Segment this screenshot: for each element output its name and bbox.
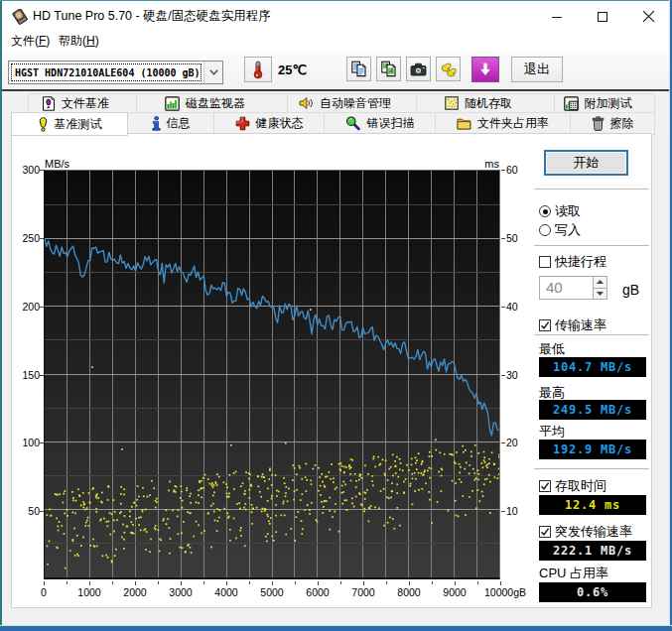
tab-label: 文件基准 <box>62 95 109 112</box>
tab-file-benchmark[interactable]: 文件基准 <box>28 93 137 112</box>
speaker-icon <box>299 96 314 110</box>
tab-folder-usage[interactable]: 文件夹占用率 <box>436 112 571 135</box>
tab-erase[interactable]: 擦除 <box>571 112 655 135</box>
menu-bar: 文件(F) 帮助(H) <box>2 32 670 52</box>
tick-mark <box>249 581 250 584</box>
tick-mark <box>318 581 319 585</box>
access-time-checkbox[interactable] <box>539 480 551 492</box>
access-time-label: 存取时间 <box>555 477 606 495</box>
maximize-button[interactable] <box>580 1 625 32</box>
download-arrow-icon <box>477 62 493 77</box>
gb-unit-label: gB <box>622 282 639 298</box>
read-radio[interactable] <box>539 205 551 217</box>
tab-disk-monitor[interactable]: 磁盘监视器 <box>137 93 288 112</box>
tick-label: 5000 <box>260 586 283 598</box>
panel-separator <box>534 245 649 246</box>
drive-selector-value: HGST HDN721010ALE604 (10000 gB) <box>11 63 202 81</box>
transfer-rate-row[interactable]: 传输速率 <box>539 316 606 334</box>
menu-help-label: 帮助( <box>59 34 86 48</box>
menu-help[interactable]: 帮助(H) <box>59 32 99 52</box>
tick-mark <box>272 581 273 585</box>
write-radio[interactable] <box>539 224 551 236</box>
tick-label: 200 <box>12 301 40 313</box>
menu-file[interactable]: 文件(F) <box>11 32 50 52</box>
read-radio-row[interactable]: 读取 <box>539 202 581 220</box>
tab-label: 擦除 <box>610 115 634 132</box>
short-stroke-size-input[interactable]: 40 <box>539 276 607 300</box>
download-button[interactable] <box>471 57 499 82</box>
app-hdd-icon <box>12 9 28 25</box>
tick-mark <box>501 170 505 171</box>
burst-rate-checkbox[interactable] <box>539 526 551 538</box>
tick-label: 50 <box>12 505 40 517</box>
y-axis-right-unit: ms <box>460 158 499 170</box>
spin-down-button[interactable] <box>594 289 606 300</box>
close-button[interactable] <box>625 1 671 32</box>
tick-mark <box>44 581 45 585</box>
y-axis-left-unit: MB/s <box>45 158 69 170</box>
short-stroke-row[interactable]: 快捷行程 <box>539 253 606 271</box>
tick-label: 40 <box>506 301 518 313</box>
tick-mark <box>40 511 44 512</box>
tab-row-upper: 文件基准 磁盘监视器 自动噪音管理 随机 <box>28 93 655 112</box>
tab-row-lower: 基准测试 信息 健康状态 错误扫描 <box>11 112 655 135</box>
tab-random-access[interactable]: 随机存取 <box>417 93 555 112</box>
minimize-button[interactable] <box>534 1 580 32</box>
burst-rate-label: 突发传输速率 <box>555 523 632 541</box>
tick-mark <box>409 581 410 585</box>
close-icon <box>642 10 655 23</box>
maximum-value: 249.5 MB/s <box>539 400 646 420</box>
tick-mark <box>295 581 296 584</box>
access-time-row[interactable]: 存取时间 <box>539 477 606 495</box>
tab-aam[interactable]: 自动噪音管理 <box>288 93 417 112</box>
tab-label: 信息 <box>167 115 191 132</box>
tick-mark <box>40 307 44 308</box>
average-label: 平均 <box>539 423 565 441</box>
exit-button[interactable]: 退出 <box>511 57 563 82</box>
minimum-value: 104.7 MB/s <box>539 357 646 377</box>
copy-text-icon <box>350 61 367 77</box>
donate-button[interactable] <box>436 57 461 81</box>
tick-label: 2000 <box>123 586 146 598</box>
tab-health[interactable]: 健康状态 <box>214 112 325 135</box>
transfer-rate-checkbox[interactable] <box>539 319 551 331</box>
copy-text-button[interactable] <box>346 57 371 81</box>
tick-mark <box>40 375 44 376</box>
screenshot-button[interactable] <box>406 57 431 81</box>
spin-up-button[interactable] <box>594 277 606 289</box>
tick-mark <box>501 375 505 376</box>
drive-selector[interactable]: HGST HDN721010ALE604 (10000 gB) <box>8 61 223 84</box>
tab-benchmark[interactable]: 基准测试 <box>11 112 128 136</box>
tab-label: 基准测试 <box>55 116 102 133</box>
write-label: 写入 <box>555 221 581 239</box>
tick-mark <box>432 581 433 584</box>
chart-canvas <box>45 171 499 577</box>
average-value: 192.9 MB/s <box>539 440 646 459</box>
folder-icon <box>457 117 471 130</box>
copy-image-button[interactable] <box>376 57 401 81</box>
burst-rate-row[interactable]: 突发传输速率 <box>539 523 632 541</box>
short-stroke-checkbox[interactable] <box>539 256 551 268</box>
write-radio-row[interactable]: 写入 <box>539 221 581 239</box>
tick-label: 3000 <box>169 586 192 598</box>
tab-error-scan[interactable]: 错误扫描 <box>325 112 436 135</box>
tick-mark <box>363 581 364 585</box>
tick-label: 20 <box>506 437 518 448</box>
tab-info[interactable]: 信息 <box>128 112 214 135</box>
extra-tests-icon <box>564 96 579 111</box>
tick-label: 30 <box>506 369 518 381</box>
camera-icon <box>410 63 427 76</box>
control-panel: 开始 读取 写入 快捷行程 40 gB 传输速率 最低 104.7 <box>532 134 652 608</box>
tick-label: 7000 <box>351 586 374 598</box>
tab-label: 自动噪音管理 <box>320 95 391 112</box>
access-time-value: 12.4 ms <box>539 495 646 515</box>
tick-mark <box>226 581 227 585</box>
chevron-down-icon[interactable] <box>203 62 222 83</box>
start-button[interactable]: 开始 <box>544 150 628 176</box>
window-border-top <box>0 0 672 1</box>
menu-help-key: H <box>86 34 95 48</box>
cpu-usage-value: 0.6% <box>539 582 646 602</box>
temperature-button[interactable] <box>244 57 272 82</box>
tab-extra-tests[interactable]: 附加测试 <box>555 93 655 112</box>
disk-monitor-icon <box>165 96 180 111</box>
